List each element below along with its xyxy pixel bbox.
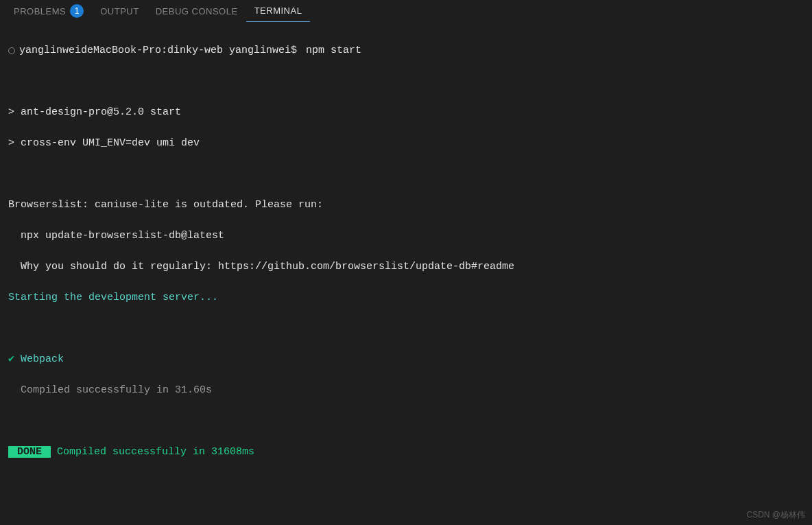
problems-badge: 1 bbox=[70, 4, 84, 18]
tab-output[interactable]: OUTPUT bbox=[92, 0, 147, 22]
done-msg-1: Compiled successfully in 31608ms bbox=[51, 446, 254, 458]
tab-terminal[interactable]: TERMINAL bbox=[246, 0, 311, 22]
panel-tab-bar: PROBLEMS 1 OUTPUT DEBUG CONSOLE TERMINAL bbox=[0, 0, 812, 22]
tab-debug-console[interactable]: DEBUG CONSOLE bbox=[147, 0, 246, 22]
browserslist-line2: npx update-browserslist-db@latest bbox=[8, 229, 804, 244]
done-badge-1: DONE bbox=[8, 446, 51, 458]
check-icon: ✔ bbox=[8, 353, 14, 365]
watermark: CSDN @杨林伟 bbox=[746, 509, 805, 521]
compiled-time-1: Compiled successfully in 31.60s bbox=[8, 383, 804, 399]
starting-server: Starting the development server... bbox=[8, 290, 804, 306]
npm-script-2: > cross-env UMI_ENV=dev umi dev bbox=[8, 136, 804, 152]
shell-command: npm start bbox=[306, 43, 361, 59]
browserslist-line3: Why you should do it regularly: https://… bbox=[8, 259, 804, 275]
tab-output-label: OUTPUT bbox=[100, 6, 139, 16]
tab-problems[interactable]: PROBLEMS 1 bbox=[5, 0, 92, 22]
tab-terminal-label: TERMINAL bbox=[254, 5, 302, 16]
browserslist-line1: Browserslist: caniuse-lite is outdated. … bbox=[8, 198, 804, 213]
npm-script-1: > ant-design-pro@5.2.0 start bbox=[8, 105, 804, 121]
prompt-circle-icon bbox=[8, 47, 15, 54]
tab-problems-label: PROBLEMS bbox=[14, 6, 66, 16]
tab-debug-label: DEBUG CONSOLE bbox=[156, 6, 238, 16]
webpack-label-1: Webpack bbox=[14, 353, 64, 365]
shell-prompt: yanglinweideMacBook-Pro:dinky-web yangli… bbox=[19, 43, 303, 59]
terminal-output[interactable]: yanglinweideMacBook-Pro:dinky-web yangli… bbox=[0, 22, 812, 525]
